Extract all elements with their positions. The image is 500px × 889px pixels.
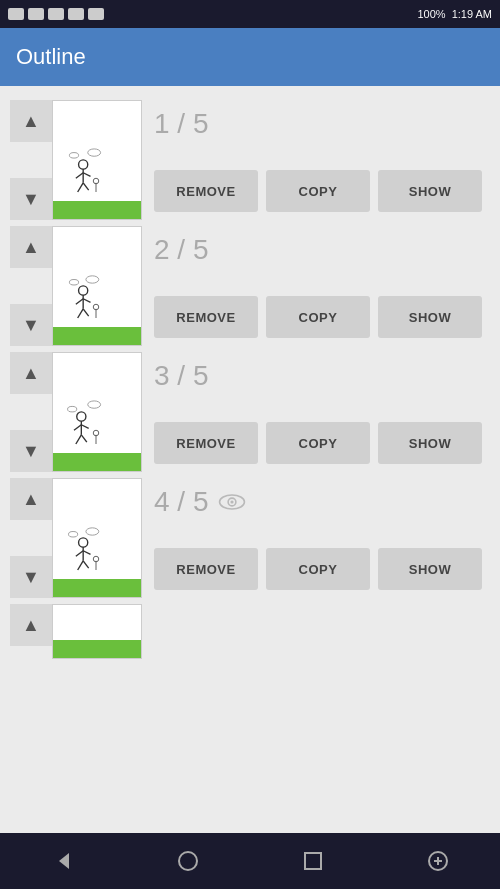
card-number-2: 2 / 5 — [154, 234, 482, 266]
svg-point-30 — [86, 528, 99, 535]
recent-button[interactable] — [283, 841, 343, 881]
back-icon — [51, 849, 75, 873]
svg-line-37 — [83, 561, 89, 568]
arrow-col-4: ▲ ▼ — [10, 478, 52, 598]
remove-btn-1[interactable]: REMOVE — [154, 170, 258, 212]
copy-btn-3[interactable]: COPY — [266, 422, 370, 464]
up-arrow-3[interactable]: ▲ — [10, 352, 52, 394]
up-arrow-2[interactable]: ▲ — [10, 226, 52, 268]
card-2: ▲ ▼ 2 / 5 REMOVE — [10, 226, 490, 346]
down-arrow-4[interactable]: ▼ — [10, 556, 52, 598]
card-number-4: 4 / 5 — [154, 486, 482, 518]
card-number-3: 3 / 5 — [154, 360, 482, 392]
figure-4 — [65, 526, 105, 581]
figure-5 — [65, 604, 105, 642]
card-right-4: 4 / 5 REMOVE COPY SHOW — [142, 478, 490, 598]
app-icon-2 — [28, 8, 44, 20]
svg-point-11 — [69, 280, 78, 286]
card-right-1: 1 / 5 REMOVE COPY SHOW — [142, 100, 490, 220]
home-icon — [176, 849, 200, 873]
recent-icon — [301, 849, 325, 873]
arrow-col-3: ▲ ▼ — [10, 352, 52, 472]
remove-btn-3[interactable]: REMOVE — [154, 422, 258, 464]
zoom-button[interactable] — [408, 841, 468, 881]
svg-point-12 — [79, 286, 88, 295]
app-icon-1 — [8, 8, 24, 20]
svg-point-20 — [88, 401, 101, 408]
nav-bar — [0, 833, 500, 889]
svg-line-26 — [76, 435, 82, 444]
thumbnail-1 — [52, 100, 142, 220]
show-btn-2[interactable]: SHOW — [378, 296, 482, 338]
svg-line-17 — [83, 309, 89, 316]
card-actions-3: REMOVE COPY SHOW — [154, 422, 482, 464]
svg-line-4 — [76, 173, 83, 179]
ground-5 — [53, 640, 141, 658]
up-arrow-1[interactable]: ▲ — [10, 100, 52, 142]
card-right-3: 3 / 5 REMOVE COPY SHOW — [142, 352, 490, 472]
app-icon-3 — [48, 8, 64, 20]
show-btn-1[interactable]: SHOW — [378, 170, 482, 212]
svg-line-25 — [81, 425, 88, 429]
card-number-1: 1 / 5 — [154, 108, 482, 140]
svg-rect-46 — [305, 853, 321, 869]
card-3: ▲ ▼ 3 / 5 REMOVE — [10, 352, 490, 472]
status-bar: 100% 1:19 AM — [0, 0, 500, 28]
copy-btn-4[interactable]: COPY — [266, 548, 370, 590]
arrow-col-2: ▲ ▼ — [10, 226, 52, 346]
up-arrow-4[interactable]: ▲ — [10, 478, 52, 520]
page-title: Outline — [16, 44, 86, 70]
svg-point-2 — [79, 160, 88, 169]
up-arrow-5[interactable]: ▲ — [10, 604, 52, 646]
app-header: Outline — [0, 28, 500, 86]
card-5-partial: ▲ — [10, 604, 490, 659]
svg-point-42 — [231, 500, 234, 503]
ground-3 — [53, 453, 141, 471]
svg-line-14 — [76, 299, 83, 305]
svg-line-35 — [83, 551, 90, 555]
down-arrow-1[interactable]: ▼ — [10, 178, 52, 220]
figure-2 — [65, 274, 105, 329]
svg-line-6 — [78, 183, 84, 192]
svg-point-21 — [68, 406, 77, 412]
svg-point-45 — [179, 852, 197, 870]
ground-2 — [53, 327, 141, 345]
status-icons — [8, 8, 104, 20]
thumbnail-3 — [52, 352, 142, 472]
down-arrow-2[interactable]: ▼ — [10, 304, 52, 346]
time-text: 1:19 AM — [452, 8, 492, 20]
svg-line-16 — [78, 309, 84, 318]
svg-line-7 — [83, 183, 89, 190]
app-icon-5 — [88, 8, 104, 20]
figure-3 — [65, 400, 105, 455]
svg-line-34 — [76, 551, 83, 557]
copy-btn-1[interactable]: COPY — [266, 170, 370, 212]
show-btn-3[interactable]: SHOW — [378, 422, 482, 464]
svg-point-0 — [88, 149, 101, 156]
svg-line-36 — [78, 561, 84, 570]
down-arrow-3[interactable]: ▼ — [10, 430, 52, 472]
ground-4 — [53, 579, 141, 597]
remove-btn-2[interactable]: REMOVE — [154, 296, 258, 338]
card-actions-1: REMOVE COPY SHOW — [154, 170, 482, 212]
thumbnail-4 — [52, 478, 142, 598]
show-btn-4[interactable]: SHOW — [378, 548, 482, 590]
remove-btn-4[interactable]: REMOVE — [154, 548, 258, 590]
home-button[interactable] — [158, 841, 218, 881]
card-right-2: 2 / 5 REMOVE COPY SHOW — [142, 226, 490, 346]
card-4: ▲ ▼ 4 / 5 — [10, 478, 490, 598]
svg-point-31 — [69, 532, 78, 538]
copy-btn-2[interactable]: COPY — [266, 296, 370, 338]
battery-text: 100% — [418, 8, 446, 20]
card-1: ▲ ▼ 1 / 5 — [10, 100, 490, 220]
arrow-col-1: ▲ ▼ — [10, 100, 52, 220]
card-actions-4: REMOVE COPY SHOW — [154, 548, 482, 590]
back-button[interactable] — [33, 841, 93, 881]
svg-point-1 — [69, 153, 78, 159]
svg-line-5 — [83, 173, 90, 177]
svg-point-32 — [79, 538, 88, 547]
card-actions-2: REMOVE COPY SHOW — [154, 296, 482, 338]
arrow-col-5: ▲ — [10, 604, 52, 659]
eye-icon — [218, 493, 246, 511]
svg-point-22 — [77, 412, 86, 421]
